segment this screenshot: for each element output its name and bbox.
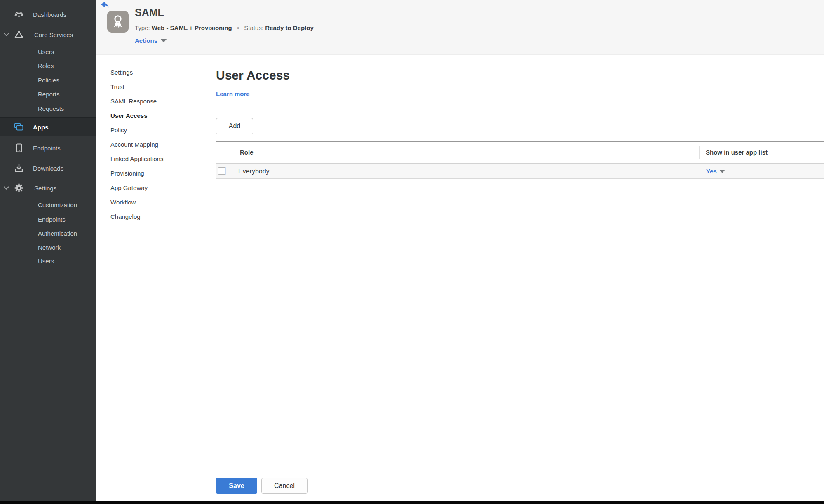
subnav-item-changelog[interactable]: Changelog [110,213,163,227]
subnav-item-account-mapping[interactable]: Account Mapping [110,141,163,155]
sidebar-item-label: Settings [34,185,56,192]
subnav-item-app-gateway[interactable]: App Gateway [110,184,163,199]
subnav-item-settings[interactable]: Settings [110,69,163,83]
caret-down-icon [160,39,167,42]
type-value: Web - SAML + Provisioning [152,24,232,31]
sidebar-item-roles[interactable]: Roles [0,60,96,71]
sidebar-item-label: Endpoints [33,145,61,152]
meta-separator: • [237,24,239,31]
subnav-item-linked-applications[interactable]: Linked Applications [110,155,163,170]
screen-bottom-edge [0,501,824,504]
sidebar-item-label: Users [38,48,54,55]
sidebar-item-label: Network [38,244,61,251]
sidebar-item-policies[interactable]: Policies [0,74,96,86]
sidebar-item-label: Roles [38,62,54,69]
learn-more-link[interactable]: Learn more [216,90,250,97]
chevron-down-icon[interactable] [4,185,10,191]
back-arrow-icon[interactable] [101,2,110,9]
sidebar-item-customization[interactable]: Customization [0,199,96,211]
row-checkbox[interactable] [218,167,225,175]
sidebar-item-label: Dashboards [33,11,66,18]
role-cell: Everybody [238,168,270,175]
type-label: Type: [135,24,150,31]
app-meta-line: Type: Web - SAML + Provisioning • Status… [135,24,314,31]
add-button[interactable]: Add [216,118,253,134]
sidebar-item-label: Core Services [34,31,73,38]
actions-dropdown[interactable]: Actions [135,37,167,44]
subnav-item-saml-response[interactable]: SAML Response [110,98,163,112]
sidebar-item-network[interactable]: Network [0,241,96,253]
sidebar-item-settings-users[interactable]: Users [0,255,96,267]
sidebar: Dashboards Core Services Users Roles Pol… [0,0,96,504]
show-in-app-list-dropdown[interactable]: Yes [706,168,725,175]
sidebar-item-label: Reports [38,91,60,98]
caret-down-icon [719,170,725,173]
gear-icon [14,183,24,193]
sidebar-item-users[interactable]: Users [0,46,96,57]
user-access-table: Role Show in user app list Everybody Yes [216,141,824,179]
column-divider [234,146,234,159]
sidebar-item-authentication[interactable]: Authentication [0,227,96,239]
status-value: Ready to Deploy [265,24,314,31]
sidebar-item-label: Downloads [33,165,63,172]
subnav-item-user-access[interactable]: User Access [110,112,163,127]
sidebar-item-dashboards[interactable]: Dashboards [0,9,96,20]
app-title: SAML [135,7,164,19]
app-header: SAML Type: Web - SAML + Provisioning • S… [96,0,824,55]
sidebar-item-settings-endpoints[interactable]: Endpoints [0,213,96,225]
sidebar-item-settings[interactable]: Settings [0,182,96,194]
save-button[interactable]: Save [216,478,257,494]
column-divider [699,146,700,159]
cancel-button[interactable]: Cancel [261,478,308,494]
sidebar-item-core-services[interactable]: Core Services [0,29,96,40]
subnav-item-policy[interactable]: Policy [110,127,163,141]
smartphone-icon [14,143,24,153]
app-subnav: Settings Trust SAML Response User Access… [110,69,163,227]
gauge-icon [14,9,24,19]
download-icon [14,163,24,173]
main-area: SAML Type: Web - SAML + Provisioning • S… [96,0,824,504]
subnav-divider [197,64,197,468]
page-title: User Access [216,68,290,82]
sidebar-item-endpoints[interactable]: Endpoints [0,142,96,154]
status-label: Status: [244,24,263,31]
chevron-down-icon[interactable] [4,31,10,38]
column-header-role: Role [240,149,254,156]
sidebar-item-label: Apps [33,124,49,131]
sidebar-item-apps[interactable]: Apps [0,117,96,136]
table-header-row: Role Show in user app list [216,142,824,163]
sidebar-item-label: Requests [38,105,64,112]
sidebar-item-label: Users [38,258,54,265]
actions-label: Actions [135,37,157,44]
sidebar-item-label: Policies [38,77,59,84]
core-services-icon [14,30,24,40]
apps-icon [14,122,24,132]
table-row: Everybody Yes [216,163,824,179]
award-ribbon-icon [112,14,124,29]
sidebar-item-label: Authentication [38,230,77,237]
subnav-item-workflow[interactable]: Workflow [110,199,163,213]
sidebar-item-requests[interactable]: Requests [0,103,96,114]
admin-console-screen: Dashboards Core Services Users Roles Pol… [0,0,824,504]
sidebar-item-label: Endpoints [38,216,66,223]
column-header-show-in-user-app-list: Show in user app list [706,149,768,156]
sidebar-item-downloads[interactable]: Downloads [0,162,96,174]
sidebar-item-label: Customization [38,202,77,209]
sidebar-item-reports[interactable]: Reports [0,88,96,100]
subnav-item-trust[interactable]: Trust [110,83,163,98]
app-logo [107,11,129,33]
dropdown-value: Yes [706,168,717,175]
subnav-item-provisioning[interactable]: Provisioning [110,170,163,184]
